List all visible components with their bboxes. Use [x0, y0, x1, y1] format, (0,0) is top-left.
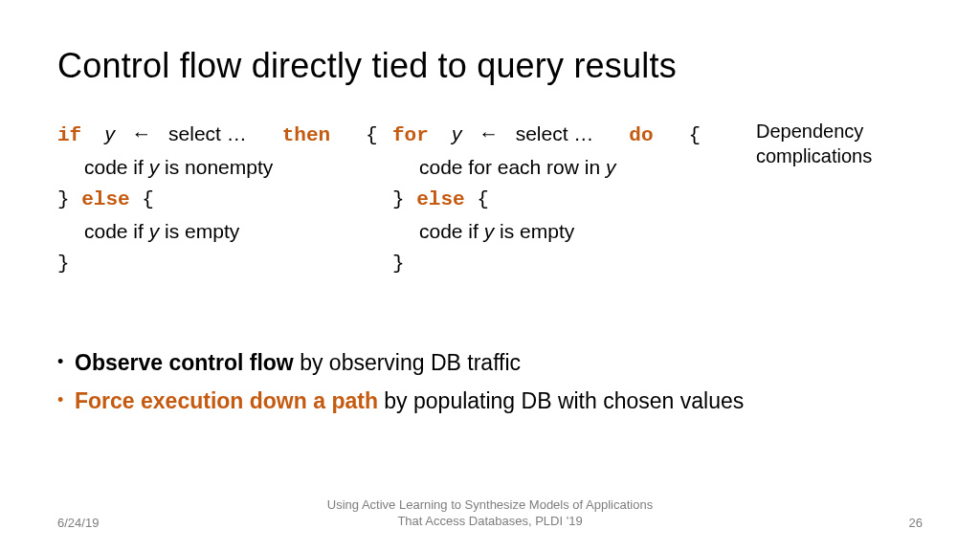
- var-y: y: [149, 220, 160, 242]
- slide: Control flow directly tied to query resu…: [0, 0, 980, 551]
- code-line: }: [57, 247, 383, 280]
- code-line: code if y is empty: [392, 216, 737, 248]
- space: [121, 122, 126, 144]
- select-text: select …: [516, 122, 594, 144]
- arrow-icon: ←: [132, 122, 152, 144]
- space: [434, 124, 447, 146]
- bullet-text: Force execution down a path by populatin…: [75, 386, 744, 416]
- slide-title: Control flow directly tied to query resu…: [57, 46, 923, 86]
- space: [87, 124, 100, 146]
- text: code if: [419, 220, 484, 242]
- text: is nonempty: [159, 156, 273, 178]
- keyword-else: else: [81, 188, 129, 210]
- footer-line: Using Active Learning to Synthesize Mode…: [153, 497, 827, 514]
- var-y: y: [484, 220, 495, 242]
- space: [504, 122, 510, 144]
- text: is empty: [494, 220, 574, 242]
- select-text: select …: [168, 122, 247, 144]
- brace: {: [688, 124, 701, 146]
- text: code if: [84, 220, 149, 242]
- keyword-then: then: [282, 124, 330, 146]
- footer-line: That Access Databases, PLDI '19: [153, 514, 827, 530]
- footer-title: Using Active Learning to Synthesize Mode…: [153, 497, 827, 530]
- code-line: for y ← select … do {: [392, 119, 737, 152]
- space: [599, 124, 623, 146]
- code-columns: if y ← select … then { code if y is none…: [57, 119, 923, 280]
- keyword-if: if: [57, 124, 81, 146]
- code-line: code for each row in y: [392, 152, 737, 184]
- keyword-do: do: [629, 124, 653, 146]
- bullet-text: Observe control flow by observing DB tra…: [75, 347, 521, 378]
- brace: {: [130, 188, 154, 210]
- side-note: Dependency complications: [756, 119, 872, 280]
- var-y: y: [452, 122, 462, 144]
- arrow-icon: ←: [479, 122, 499, 144]
- code-block-if: if y ← select … then { code if y is none…: [57, 119, 383, 280]
- space: [658, 124, 682, 146]
- brace: {: [465, 188, 489, 210]
- brace: }: [57, 188, 81, 210]
- code-line: }: [392, 247, 737, 280]
- var-y: y: [606, 156, 616, 178]
- brace: }: [392, 188, 416, 210]
- footer-page: 26: [827, 516, 923, 530]
- brace: }: [57, 253, 70, 275]
- space: [253, 124, 277, 146]
- space: [157, 122, 163, 144]
- text: code if: [84, 156, 149, 178]
- bullet-list: • Observe control flow by observing DB t…: [57, 347, 923, 416]
- code-line: } else {: [57, 183, 383, 216]
- bullet-emph: Force execution down a path: [75, 388, 378, 413]
- var-y: y: [149, 156, 160, 178]
- bullet-rest: by populating DB with chosen values: [378, 388, 744, 413]
- side-note-line: complications: [756, 143, 872, 168]
- slide-footer: 6/24/19 Using Active Learning to Synthes…: [0, 497, 980, 530]
- code-line: code if y is empty: [57, 216, 383, 248]
- var-y: y: [105, 122, 116, 144]
- text: code for each row in: [419, 156, 606, 178]
- keyword-else: else: [416, 188, 464, 210]
- code-line: if y ← select … then {: [57, 119, 383, 152]
- bullet-item: • Observe control flow by observing DB t…: [57, 347, 923, 378]
- brace: {: [366, 124, 378, 146]
- footer-date: 6/24/19: [57, 516, 153, 530]
- brace: }: [392, 253, 405, 275]
- keyword-for: for: [392, 124, 429, 146]
- code-block-for: for y ← select … do { code for each row …: [392, 119, 737, 280]
- code-line: code if y is nonempty: [57, 152, 383, 184]
- bullet-emph: Observe control flow: [75, 350, 294, 375]
- bullet-rest: by observing DB traffic: [294, 350, 521, 375]
- bullet-item: • Force execution down a path by populat…: [57, 386, 923, 416]
- bullet-dot-icon: •: [57, 386, 75, 416]
- text: is empty: [159, 220, 239, 242]
- space: [467, 122, 473, 144]
- code-line: } else {: [392, 183, 737, 216]
- space: [336, 124, 360, 146]
- side-note-line: Dependency: [756, 119, 872, 143]
- bullet-dot-icon: •: [57, 347, 75, 378]
